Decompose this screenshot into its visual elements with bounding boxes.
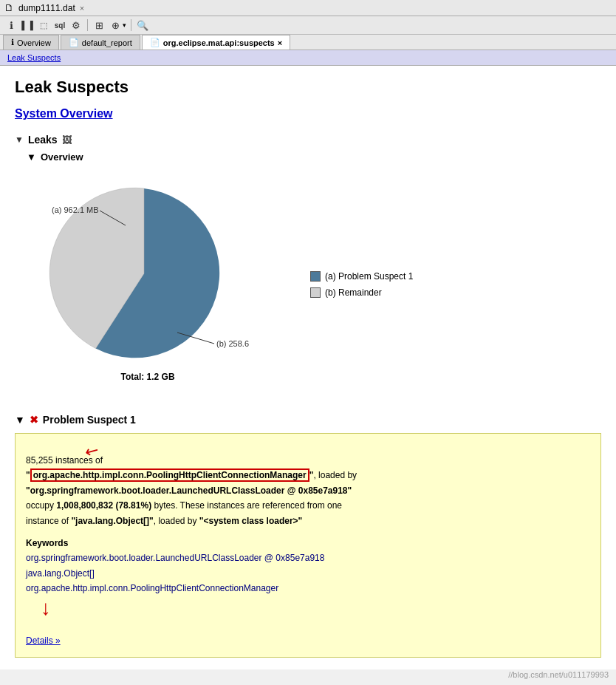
leaks-label: Leaks [28,134,58,146]
problem-toggle-icon[interactable]: ▼ [15,414,25,426]
legend-label-b: (b) Remainder [325,287,382,298]
legend-swatch-a [310,271,321,282]
tab-suspects[interactable]: 📄 org.eclipse.mat.api:suspects × [142,35,290,50]
occupy-text: occupy 1,008,800,832 (78.81%) bytes. The… [26,500,342,511]
problem-suspect-header: ▼ ✖ Problem Suspect 1 [15,414,601,426]
leaks-toggle-icon[interactable]: ▼ [15,134,24,145]
main-content: Leak Suspects System Overview ▼ Leaks 🖼 … [0,66,616,669]
tab-suspects-label: org.eclipse.mat.api:suspects [163,38,275,47]
legend-item-a: (a) Problem Suspect 1 [310,271,413,282]
system-overview-link[interactable]: System Overview [15,107,601,120]
legend-label-a: (a) Problem Suspect 1 [325,271,413,282]
tab-overview-icon: ℹ [11,38,14,47]
ref-class-bold: "java.lang.Object[]" [71,516,153,526]
pie-chart-container: (a) 962.1 MB (b) 258.6 MB Total: 1.2 GB [30,170,266,399]
title-close-icon[interactable]: × [80,4,84,13]
search-toolbar-icon[interactable]: 🔍 [136,18,149,32]
tab-overview[interactable]: ℹ Overview [3,35,59,50]
legend-item-b: (b) Remainder [310,287,413,298]
keywords-title: Keywords [26,538,68,548]
tab-report-label: default_report [82,38,132,47]
overview-toggle-icon[interactable]: ▼ [27,151,36,163]
toolbar-sep-2 [131,19,131,31]
tab-overview-label: Overview [17,38,51,47]
oql-icon[interactable]: sql [53,18,66,32]
toolbar-dropdown[interactable]: ⊕ ▾ [109,18,126,32]
toolbar-sep-1 [87,19,88,31]
class-name-bold: "org.apache.http.impl.conn.PoolingHttpCl… [26,468,313,482]
export-icon[interactable]: ⊕ [109,18,122,32]
legend-swatch-b [310,287,321,298]
nav-tabs: ℹ Overview 📄 default_report 📄 org.eclips… [0,35,616,50]
details-link[interactable]: Details » [26,633,61,648]
histogram-icon[interactable]: ▌▐ [21,18,34,32]
keyword-1: org.springframework.boot.loader.Launched… [26,551,590,565]
label-a-text: (a) 962.1 MB [52,205,99,214]
keyword-2: java.lang.Object[] [26,566,590,581]
loader-name: "org.springframework.boot.loader.Launche… [26,485,352,496]
size-bold: 1,008,800,832 (78.81%) [56,500,151,511]
label-b-text: (b) 258.6 MB [216,339,251,348]
overview-section-header: ▼ Overview [27,151,601,163]
toolbar: ℹ ▌▐ ⬚ sql ⚙ ⊞ ⊕ ▾ 🔍 [0,16,616,35]
settings-icon[interactable]: ⚙ [69,18,83,32]
red-arrow-bottom-icon: ↓ [41,590,51,626]
keyword-3: org.apache.http.impl.conn.PoolingHttpCli… [26,581,590,596]
chart-area: (a) 962.1 MB (b) 258.6 MB Total: 1.2 GB … [30,170,601,399]
leaks-section-header: ▼ Leaks 🖼 [15,134,601,146]
ref-loader-bold: "<system class loader>" [199,516,302,526]
leaks-section-icon: 🖼 [62,134,72,146]
ref-text: instance of "java.lang.Object[]", loaded… [26,516,302,526]
loaded-by-text: , loaded by [313,470,357,480]
layout-icon[interactable]: ⊞ [92,18,106,32]
error-icon: ✖ [30,414,38,426]
filename-label: dump1111.dat [18,3,75,13]
file-icon: 🗋 [4,2,14,13]
pie-chart-svg: (a) 962.1 MB (b) 258.6 MB [30,170,251,377]
tab-default-report[interactable]: 📄 default_report [61,35,140,50]
keywords-section: Keywords org.springframework.boot.loader… [26,536,590,596]
chart-legend: (a) Problem Suspect 1 (b) Remainder [310,271,413,298]
tab-suspects-close-icon[interactable]: × [278,38,282,47]
breadcrumb-link[interactable]: Leak Suspects [7,53,61,62]
info-box: ↙ 85,255 instances of "org.apache.http.i… [15,433,601,658]
dropdown-arrow-icon[interactable]: ▾ [123,21,126,29]
tab-report-icon: 📄 [69,38,79,47]
info-box-text: 85,255 instances of "org.apache.http.imp… [26,446,590,528]
breadcrumb-bar: Leak Suspects [0,50,616,66]
dominator-icon[interactable]: ⬚ [37,18,50,32]
class-name-highlight: org.apache.http.impl.conn.PoolingHttpCli… [30,468,309,482]
page-title: Leak Suspects [15,78,601,97]
overview-label: Overview [41,151,83,163]
tab-suspects-icon: 📄 [150,38,160,47]
info-toolbar-icon[interactable]: ℹ [4,18,18,32]
title-bar: 🗋 dump1111.dat × [0,0,616,16]
problem-suspect-title: Problem Suspect 1 [43,414,136,426]
